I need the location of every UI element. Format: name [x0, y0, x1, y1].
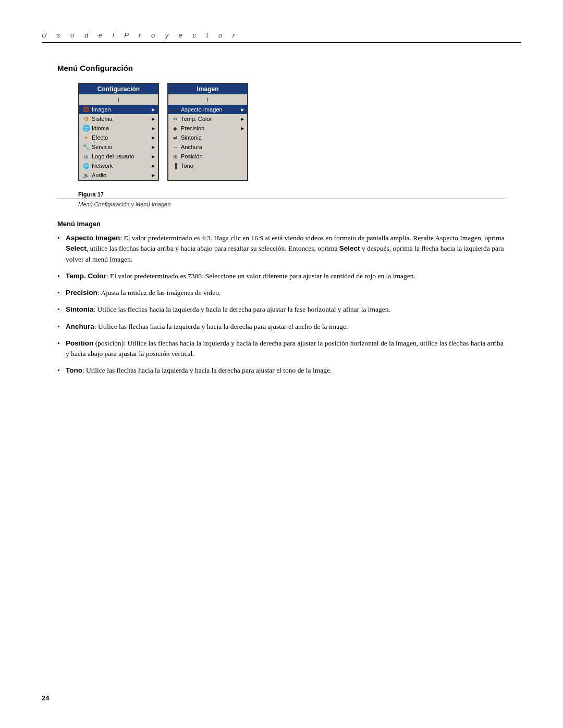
bullet-text-precision: : Ajusta la nitidez de las imágenes de v…: [97, 289, 221, 297]
precision-icon: ◆: [172, 125, 179, 132]
configuracion-up-arrow: ↑: [79, 94, 158, 105]
menu-item-logo-label: Logo del usuario: [92, 153, 150, 159]
list-item-aspecto: Aspecto Imagen: El valor predeterminado …: [57, 233, 506, 265]
select-bold-1: Select: [66, 244, 87, 252]
menu-item-idioma[interactable]: 🌐 Idioma ▶: [79, 124, 158, 133]
list-item-tempcolor: Temp. Color: El valor predeterminado es …: [57, 271, 506, 281]
menu-item-servicio[interactable]: 🔧 Servicio ▶: [79, 142, 158, 152]
bullet-list: Aspecto Imagen: El valor predeterminado …: [57, 233, 506, 376]
bullet-text-tempcolor: : El valor predeterminado es 7300. Selec…: [106, 272, 415, 280]
list-item-posicion: Position (posición): Utilice las flechas…: [57, 338, 506, 360]
menu-item-efecto[interactable]: ✦ Efecto ▶: [79, 133, 158, 142]
menu-item-posicion-label: Posición: [181, 153, 244, 159]
tono-icon: ▐: [172, 162, 179, 169]
logo-icon: 🖥: [82, 153, 90, 160]
menu-item-sistema[interactable]: ⚙ Sistema ▶: [79, 114, 158, 124]
main-content: Menú Configuración Configuración ↑ 🖼 Ima…: [42, 64, 521, 376]
logo-arrow: ▶: [152, 154, 155, 159]
menu-item-anchura-label: Anchura: [181, 144, 244, 150]
menu-item-sintonia-label: Sintonia: [181, 134, 244, 141]
aspecto-icon: ▬: [172, 106, 179, 113]
configuracion-menu-header: Configuración: [79, 84, 158, 94]
imagen-menu: Imagen ↑ ▬ Aspecto Imagen ▶ ✂ Temp. Colo…: [167, 83, 248, 181]
figure-label: Figura 17: [78, 191, 506, 198]
menu-item-posicion[interactable]: ⊞ Posición: [168, 152, 247, 161]
list-item-precision: Precision: Ajusta la nitidez de las imág…: [57, 288, 506, 298]
section-title: Menú Configuración: [57, 64, 506, 72]
menu-item-audio[interactable]: 🔊 Audio ▶: [79, 170, 158, 180]
menu-item-imagen-label: Imagen: [92, 106, 150, 113]
figure-line: [57, 199, 506, 199]
menu-item-tono[interactable]: ▐ Tono: [168, 161, 247, 170]
bullet-text-aspecto: : El valor predeterminado es 4:3. Haga c…: [66, 234, 505, 263]
precision-arrow: ▶: [241, 126, 244, 131]
menu-item-anchura[interactable]: ↔ Anchura: [168, 142, 247, 152]
aspecto-arrow: ▶: [241, 107, 244, 112]
list-item-tono: Tono: Utilice las flechas hacia la izqui…: [57, 365, 506, 376]
imagen-arrow: ▶: [152, 107, 155, 112]
menu-item-sintonia[interactable]: ⇌ Sintonia: [168, 133, 247, 142]
header-title: U s o d e l P r o y e c t o r: [42, 31, 239, 39]
audio-icon: 🔊: [82, 171, 90, 179]
bullet-text-anchura: : Utilice las flechas hacia la izquierda…: [94, 323, 348, 330]
bullet-bold-aspecto: Aspecto Imagen: [66, 234, 120, 242]
sistema-arrow: ▶: [152, 117, 155, 121]
menu-item-idioma-label: Idioma: [92, 125, 150, 131]
bullet-bold-tempcolor: Temp. Color: [66, 272, 106, 280]
posicion-icon: ⊞: [172, 153, 179, 160]
imagen-up-arrow: ↑: [168, 94, 247, 105]
bullet-bold-tono: Tono: [66, 366, 82, 374]
bullet-text-sintonia: : Utilice las flechas hacia la izquierda…: [93, 305, 390, 313]
menu-item-servicio-label: Servicio: [92, 144, 150, 150]
menu-item-network-label: Network: [92, 163, 150, 169]
menu-item-logo[interactable]: 🖥 Logo del usuario ▶: [79, 152, 158, 161]
header-section: U s o d e l P r o y e c t o r: [42, 31, 521, 43]
configuracion-menu: Configuración ↑ 🖼 Imagen ▶ ⚙ Sistema ▶ 🌐: [78, 83, 159, 181]
sistema-icon: ⚙: [82, 115, 90, 122]
tempcolor-icon: ✂: [172, 115, 179, 122]
menu-item-network[interactable]: 🌐 Network ▶: [79, 161, 158, 170]
subsection-title: Menú Imagen: [57, 220, 506, 228]
tempcolor-arrow: ▶: [241, 117, 244, 121]
bullet-bold-posicion: Position: [66, 339, 93, 347]
figure-caption: Menú Configuración y Menú Imagen: [78, 201, 506, 207]
menu-item-aspecto[interactable]: ▬ Aspecto Imagen ▶: [168, 105, 247, 114]
servicio-arrow: ▶: [152, 145, 155, 150]
idioma-arrow: ▶: [152, 126, 155, 131]
menu-item-precision[interactable]: ◆ Precision ▶: [168, 124, 247, 133]
menu-item-aspecto-label: Aspecto Imagen: [181, 106, 239, 113]
efecto-arrow: ▶: [152, 135, 155, 140]
menu-item-imagen[interactable]: 🖼 Imagen ▶: [79, 105, 158, 114]
menu-item-efecto-label: Efecto: [92, 134, 150, 141]
menu-item-audio-label: Audio: [92, 172, 150, 178]
menu-item-tono-label: Tono: [181, 163, 244, 169]
menu-item-tempcolor[interactable]: ✂ Temp. Color ▶: [168, 114, 247, 124]
page-number: 24: [42, 694, 49, 702]
bullet-text-posicion: (posición): Utilice las flechas hacia la…: [66, 339, 504, 357]
network-arrow: ▶: [152, 164, 155, 168]
imagen-menu-header: Imagen: [168, 84, 247, 94]
menu-item-tempcolor-label: Temp. Color: [181, 116, 239, 122]
select-bold-2: Select: [339, 244, 360, 252]
bullet-bold-sintonia: Sintonia: [66, 305, 93, 313]
bullet-bold-anchura: Anchura: [66, 323, 94, 330]
page-container: U s o d e l P r o y e c t o r Menú Confi…: [0, 0, 563, 728]
idioma-icon: 🌐: [82, 125, 90, 132]
menu-item-sistema-label: Sistema: [92, 116, 150, 122]
audio-arrow: ▶: [152, 173, 155, 178]
list-item-sintonia: Sintonia: Utilice las flechas hacia la i…: [57, 304, 506, 315]
bullet-bold-precision: Precision: [66, 289, 97, 297]
network-icon: 🌐: [82, 162, 90, 169]
servicio-icon: 🔧: [82, 143, 90, 151]
menu-item-precision-label: Precision: [181, 125, 239, 131]
list-item-anchura: Anchura: Utilice las flechas hacia la iz…: [57, 322, 506, 332]
bullet-text-tono: : Utilice las flechas hacia la izquierda…: [82, 366, 332, 374]
efecto-icon: ✦: [82, 134, 90, 141]
menus-area: Configuración ↑ 🖼 Imagen ▶ ⚙ Sistema ▶ 🌐: [78, 83, 506, 181]
sintonia-icon: ⇌: [172, 134, 179, 141]
imagen-icon: 🖼: [82, 106, 90, 113]
anchura-icon: ↔: [172, 143, 179, 151]
